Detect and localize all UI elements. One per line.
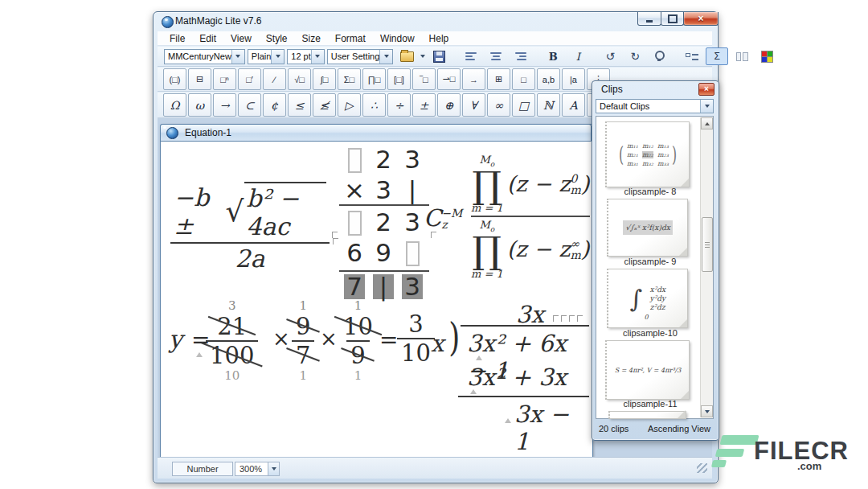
coefficient-term: C −M z (424, 204, 462, 232)
close-button[interactable]: × (683, 12, 719, 26)
color-button[interactable] (755, 47, 778, 65)
save-button[interactable] (428, 47, 450, 65)
cursor-mark (577, 315, 583, 322)
undo-button[interactable]: ↺ (599, 47, 621, 65)
user-setting-value: User Setting (328, 51, 380, 61)
resize-grip[interactable] (697, 463, 707, 473)
user-setting-select[interactable]: User Setting (327, 49, 394, 64)
symbol-button[interactable]: Ω (163, 93, 186, 117)
align-left-button[interactable] (460, 47, 482, 65)
cursor-mark (431, 232, 436, 238)
symbol-button[interactable]: ≰ (313, 93, 336, 117)
template-button[interactable]: □ⁿ (213, 68, 236, 90)
font-family-select[interactable]: MMCenturyNew (164, 49, 245, 64)
template-button[interactable]: √□ (288, 68, 311, 90)
menu-item[interactable]: Edit (192, 33, 223, 44)
symbol-button[interactable]: ∀ (462, 93, 485, 117)
template-button[interactable]: a,b (537, 68, 560, 90)
palette-toggle-button[interactable]: Σ (706, 47, 728, 65)
menu-item[interactable]: Style (259, 33, 295, 44)
number-field[interactable]: Number (172, 462, 233, 476)
template-button[interactable]: Σ□ (338, 68, 361, 90)
menu-item[interactable]: File (162, 33, 192, 44)
symbol-button[interactable]: ⊂ (238, 93, 261, 117)
symbol-button[interactable]: ℕ (537, 93, 560, 117)
selected-digit[interactable]: 7 (344, 274, 365, 299)
scroll-up-button[interactable] (701, 117, 713, 129)
result-denominator: 10 (397, 338, 435, 367)
symbol-button[interactable]: ¢ (263, 93, 286, 117)
clips-title: Clips (601, 84, 623, 95)
clip-item[interactable]: ∫ 0 x²dxy²dyz²dz (607, 269, 688, 328)
equation-canvas[interactable]: −b ± √ b² − 4ac 2a 2 3 × 3 | 2 3 6 9 7 |… (161, 142, 591, 455)
bulb-icon (655, 51, 665, 60)
open-dropdown-arrow[interactable] (420, 55, 425, 58)
symbol-button[interactable]: → (213, 93, 236, 117)
menu-item[interactable]: Help (422, 33, 457, 44)
symbol-button[interactable]: ∞ (487, 93, 510, 117)
cancel-replacement: 3 (228, 299, 236, 313)
integrand-row: x²dx (650, 286, 666, 294)
zoom-select[interactable]: 300% (235, 462, 280, 476)
symbol-button[interactable]: ± (412, 93, 436, 117)
menu-item[interactable]: View (223, 33, 259, 44)
template-button[interactable]: ⊞ (487, 68, 510, 90)
selected-digit[interactable]: | (373, 274, 394, 299)
matrix-entry: m₂₂ (642, 151, 653, 158)
align-center-button[interactable] (485, 47, 507, 65)
close-icon: × (704, 85, 709, 93)
clips-close-button[interactable]: × (698, 83, 714, 96)
ascending-view-button[interactable]: Ascending View (643, 424, 710, 434)
template-button[interactable]: ∫□ (313, 68, 336, 90)
hint-button[interactable] (649, 47, 671, 65)
scroll-down-button[interactable] (701, 405, 713, 417)
clip-item-partial[interactable] (608, 411, 686, 419)
clip-item[interactable]: S = 4πr², V = 4πr³/3 (605, 340, 690, 400)
selected-digit[interactable]: 3 (402, 274, 423, 299)
color-palette-icon (761, 51, 773, 63)
dual-view-button[interactable] (731, 47, 753, 65)
minimize-button[interactable] (637, 12, 661, 26)
template-button[interactable]: (□) (163, 68, 186, 90)
template-button[interactable]: ⇀□ (437, 68, 461, 90)
template-button[interactable]: |a (562, 68, 585, 90)
clip-item[interactable]: ( m₁₁m₁₂m₁₃m₂₁m₂₂m₂₃m₃₁m₃₂m₃₃ ) (605, 121, 690, 187)
menu-item[interactable]: Window (373, 33, 422, 44)
symbol-button[interactable]: ≤ (288, 93, 311, 117)
template-button[interactable]: ‾□ (412, 68, 436, 90)
align-right-button[interactable] (510, 47, 532, 65)
template-button[interactable]: □ (512, 68, 535, 90)
open-file-button[interactable] (395, 47, 418, 65)
clip-item[interactable]: √∫ₐˣ x²f(x)dx (607, 199, 688, 257)
equation-window-titlebar[interactable]: Equation-1 (160, 124, 592, 142)
template-button[interactable]: ∕ (263, 68, 286, 90)
italic-button[interactable]: I (567, 47, 589, 65)
template-button[interactable]: ∏□ (362, 68, 386, 90)
clips-set-select[interactable]: Default Clips (596, 99, 714, 113)
result-fraction: 3 10 (397, 310, 435, 367)
template-button[interactable]: [□] (387, 68, 411, 90)
symbol-button[interactable]: ∴ (362, 93, 386, 117)
symbol-button[interactable]: A (562, 93, 585, 117)
folder-open-icon (400, 51, 414, 62)
symbol-button[interactable]: ω (188, 93, 211, 117)
arrow-up-icon (705, 122, 710, 125)
template-button[interactable]: ⊟ (188, 68, 211, 90)
symbol-button[interactable]: ÷ (387, 93, 411, 117)
scrollbar-thumb[interactable] (702, 217, 713, 272)
template-button[interactable]: □′ (238, 68, 261, 90)
font-style-select[interactable]: Plain (248, 49, 285, 64)
symbol-button[interactable]: □ (512, 93, 535, 117)
clip-label: clipsample-10 (598, 328, 702, 338)
equation-numbering-button[interactable] (681, 47, 703, 65)
symbol-button[interactable]: ▷ (338, 93, 361, 117)
clips-scrollbar[interactable] (700, 117, 713, 417)
font-size-select[interactable]: 12 pt (287, 49, 324, 64)
bold-button[interactable]: B (542, 47, 564, 65)
redo-button[interactable]: ↻ (624, 47, 646, 65)
template-button[interactable]: → (462, 68, 485, 90)
maximize-button[interactable] (661, 12, 684, 26)
menu-item[interactable]: Size (295, 33, 328, 44)
menu-item[interactable]: Format (328, 33, 373, 44)
symbol-button[interactable]: ⊕ (437, 93, 461, 117)
